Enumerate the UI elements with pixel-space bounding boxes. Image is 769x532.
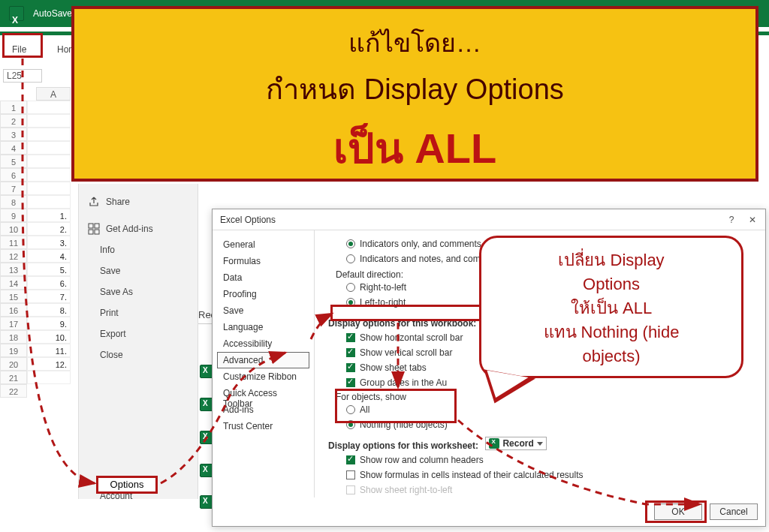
category-data[interactable]: Data (213, 269, 314, 286)
worksheet-dropdown[interactable]: Record (485, 437, 546, 450)
cell[interactable] (27, 168, 71, 182)
row-header[interactable]: 13 (0, 263, 27, 276)
row-header[interactable]: 19 (0, 344, 27, 357)
cell[interactable]: 11. (27, 344, 71, 357)
name-box[interactable]: L25 (3, 69, 42, 83)
opt-rowcol-headers[interactable]: Show row and column headers (346, 452, 758, 467)
opt-sheet-rtl[interactable]: Show sheet right-to-left (346, 482, 758, 497)
checkbox-icon (346, 470, 355, 479)
cell[interactable]: 6. (27, 276, 71, 290)
svg-rect-0 (89, 224, 93, 228)
cell[interactable]: 7. (27, 290, 71, 303)
category-customize-ribbon[interactable]: Customize Ribbon (213, 368, 314, 385)
radio-icon (346, 283, 355, 292)
row-header[interactable]: 22 (0, 384, 27, 398)
backstage-info[interactable]: Info (83, 239, 193, 260)
category-list: General Formulas Data Proofing Save Lang… (213, 230, 315, 497)
row-header[interactable]: 21 (0, 371, 27, 384)
cell[interactable]: 8. (27, 303, 71, 317)
category-language[interactable]: Language (213, 319, 314, 335)
category-formulas[interactable]: Formulas (213, 253, 314, 269)
category-addins[interactable]: Add-ins (213, 401, 314, 418)
category-proofing[interactable]: Proofing (213, 286, 314, 302)
cancel-button[interactable]: Cancel (710, 503, 758, 520)
option-label: Group dates in the Au (360, 377, 447, 388)
excel-icon (489, 438, 499, 449)
backstage-close[interactable]: Close (83, 344, 193, 365)
row-header[interactable]: 5 (0, 155, 27, 168)
workbook-section-highlight (330, 305, 491, 321)
cell[interactable] (27, 155, 71, 168)
file-backstage-panel: Share Get Add-ins Info Save Save As Prin… (78, 184, 198, 499)
category-accessibility[interactable]: Accessibility (213, 335, 314, 352)
backstage-export[interactable]: Export (83, 323, 193, 344)
cell[interactable] (27, 141, 71, 155)
backstage-share[interactable]: Share (83, 191, 193, 212)
cell[interactable]: 12. (27, 357, 71, 371)
cell[interactable]: 9. (27, 317, 71, 330)
row-header[interactable]: 18 (0, 330, 27, 344)
dialog-title: Excel Options (213, 209, 765, 230)
row-header[interactable]: 14 (0, 276, 27, 290)
option-label: Right-to-left (360, 282, 406, 293)
row-header[interactable]: 7 (0, 182, 27, 195)
cell[interactable]: 3. (27, 236, 71, 249)
checkbox-icon (346, 333, 355, 342)
row-headers: 1 2 3 4 5 6 7 8 9 10 11 12 13 14 15 16 1… (0, 101, 27, 398)
cell[interactable]: 5. (27, 263, 71, 276)
file-highlight-box (2, 33, 43, 58)
cell[interactable]: 2. (27, 222, 71, 236)
category-general[interactable]: General (213, 236, 314, 253)
cell-column-a: 1. 2. 3. 4. 5. 6. 7. 8. 9. 10. 11. 12. (27, 101, 71, 384)
svg-rect-1 (95, 224, 99, 228)
category-trust-center[interactable]: Trust Center (213, 418, 314, 434)
row-header[interactable]: 10 (0, 222, 27, 236)
row-header[interactable]: 16 (0, 303, 27, 317)
options-label: Options (110, 479, 144, 490)
cell[interactable]: 4. (27, 249, 71, 263)
row-header[interactable]: 20 (0, 357, 27, 371)
svg-rect-3 (95, 230, 99, 234)
row-header[interactable]: 3 (0, 128, 27, 141)
dialog-help-button[interactable]: ? (723, 212, 740, 228)
section-label: Display options for this worksheet: (328, 440, 478, 451)
options-highlight[interactable]: Options (96, 476, 158, 494)
row-header[interactable]: 1 (0, 101, 27, 114)
row-header[interactable]: 6 (0, 168, 27, 182)
row-header[interactable]: 9 (0, 209, 27, 222)
cell[interactable] (27, 114, 71, 128)
column-header-a[interactable]: A (36, 87, 71, 101)
cell[interactable] (27, 128, 71, 141)
row-header[interactable]: 17 (0, 317, 27, 330)
category-advanced[interactable]: Advanced (217, 352, 309, 368)
row-header[interactable]: 15 (0, 290, 27, 303)
row-header[interactable]: 12 (0, 249, 27, 263)
option-label: Show sheet right-to-left (360, 485, 452, 495)
cell[interactable] (27, 182, 71, 195)
dialog-close-button[interactable]: ✕ (744, 212, 761, 228)
cell[interactable] (27, 371, 71, 384)
bubble-line: แทน Nothing (hide (495, 320, 728, 344)
category-quick-access[interactable]: Quick Access Toolbar (213, 385, 314, 401)
cell[interactable]: 10. (27, 330, 71, 344)
backstage-label: Get Add-ins (106, 224, 153, 234)
option-label: Show vertical scroll bar (360, 347, 452, 358)
instruction-banner: แก้ไขโดย… กำหนด Display Options เป็น ALL (71, 6, 758, 182)
cell[interactable] (27, 101, 71, 114)
backstage-save[interactable]: Save (83, 260, 193, 281)
backstage-get-addins[interactable]: Get Add-ins (83, 218, 193, 239)
checkbox-icon (346, 363, 355, 372)
option-label: Show sheet tabs (360, 362, 427, 373)
cell[interactable] (27, 195, 71, 209)
row-header[interactable]: 4 (0, 141, 27, 155)
row-header[interactable]: 2 (0, 114, 27, 128)
radio-icon (346, 239, 355, 248)
cell[interactable]: 1. (27, 209, 71, 222)
backstage-print[interactable]: Print (83, 302, 193, 323)
opt-show-formulas[interactable]: Show formulas in cells instead of their … (346, 467, 758, 482)
row-header[interactable]: 11 (0, 236, 27, 249)
backstage-saveas[interactable]: Save As (83, 281, 193, 302)
category-save[interactable]: Save (213, 302, 314, 319)
row-header[interactable]: 8 (0, 195, 27, 209)
excel-icon (9, 6, 24, 21)
